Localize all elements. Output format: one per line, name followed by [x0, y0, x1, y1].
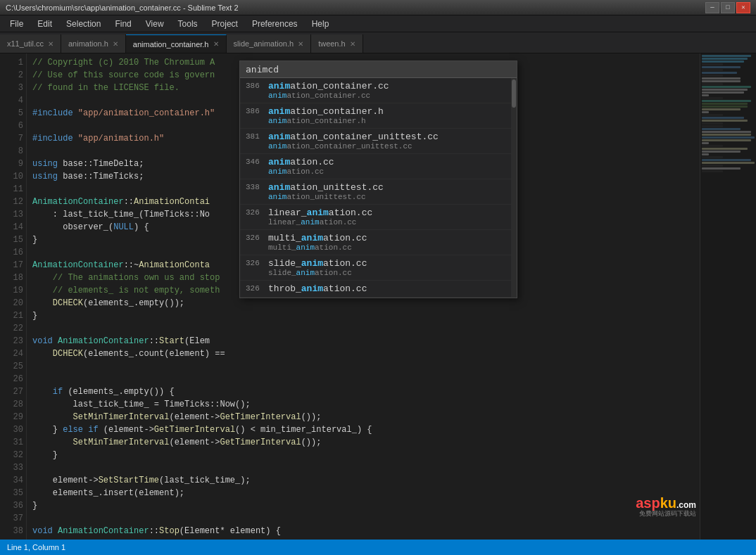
ac-main-7: slide_animation.cc	[268, 258, 505, 269]
tab-animationh[interactable]: animation.h ✕	[61, 34, 126, 53]
ac-number-2: 381	[246, 132, 268, 141]
tab-slide-animation-h[interactable]: slide_animation.h ✕	[227, 34, 312, 53]
close-button[interactable]: ✕	[736, 2, 750, 13]
ac-sub-1: animation_container.h	[268, 117, 505, 125]
autocomplete-scrollbar[interactable]	[511, 78, 517, 298]
line-numbers: 12345 678910 1112131415 1617181920 21222…	[0, 53, 27, 540]
autocomplete-input-value: animcd	[246, 64, 279, 75]
ac-item-7[interactable]: 326 slide_animation.cc slide_animation.c…	[240, 255, 511, 281]
autocomplete-items-container: 386 animation_container.cc animation_con…	[240, 78, 517, 298]
autocomplete-scrollbar-thumb[interactable]	[512, 79, 516, 108]
tab-label: x11_util.cc	[7, 39, 44, 48]
tab-tween-h[interactable]: tween.h ✕	[311, 34, 363, 53]
menu-preferences[interactable]: Preferences	[245, 18, 305, 30]
autocomplete-list: 386 animation_container.cc animation_con…	[240, 78, 511, 298]
ac-text-2: animation_container_unittest.cc animatio…	[268, 132, 505, 151]
ac-sub-0: animation_container.cc	[268, 91, 505, 100]
tab-label: animation_container.h	[133, 40, 209, 49]
ac-text-1: animation_container.h animation_containe…	[268, 106, 505, 125]
ac-sub-5: linear_animation.cc	[268, 218, 505, 227]
tab-close-icon[interactable]: ✕	[213, 40, 219, 48]
menu-project[interactable]: Project	[205, 18, 245, 30]
ac-number-7: 326	[246, 258, 268, 267]
tab-label: tween.h	[318, 39, 346, 48]
ac-item-6[interactable]: 326 multi_animation.cc multi_animation.c…	[240, 230, 511, 255]
autocomplete-dropdown[interactable]: animcd 386 animation_container.cc animat…	[239, 60, 517, 298]
window-title: C:\Users\chromium\src\app\animation_cont…	[6, 4, 239, 12]
tab-animation-container-h[interactable]: animation_container.h ✕	[126, 34, 227, 53]
ac-text-4: animation_unittest.cc animation_unittest…	[268, 182, 505, 201]
watermark-asp: asp	[636, 495, 660, 511]
ac-sub-4: animation_unittest.cc	[268, 193, 505, 201]
menu-edit[interactable]: Edit	[30, 18, 59, 30]
tab-label: slide_animation.h	[234, 39, 294, 48]
ac-item-4[interactable]: 338 animation_unittest.cc animation_unit…	[240, 179, 511, 205]
ac-main-5: linear_animation.cc	[268, 208, 505, 218]
minimap	[700, 53, 756, 540]
ac-sub-2: animation_container_unittest.cc	[268, 142, 505, 151]
ac-main-0: animation_container.cc	[268, 81, 505, 91]
menu-selection[interactable]: Selection	[59, 18, 108, 30]
ac-item-5[interactable]: 326 linear_animation.cc linear_animation…	[240, 205, 511, 230]
ac-number-6: 326	[246, 233, 268, 242]
tab-close-icon[interactable]: ✕	[350, 40, 355, 48]
tab-close-icon[interactable]: ✕	[298, 40, 303, 48]
ac-text-0: animation_container.cc animation_contain…	[268, 81, 505, 100]
ac-item-3[interactable]: 346 animation.cc animation.cc	[240, 154, 511, 179]
ac-number-0: 386	[246, 81, 268, 90]
tab-close-icon[interactable]: ✕	[113, 40, 118, 48]
ac-sub-6: multi_animation.cc	[268, 243, 505, 252]
status-bar: Line 1, Column 1	[0, 540, 756, 555]
window-controls: — □ ✕	[705, 2, 750, 13]
ac-main-6: multi_animation.cc	[268, 233, 505, 243]
ac-text-6: multi_animation.cc multi_animation.cc	[268, 233, 505, 252]
ac-item-1[interactable]: 386 animation_container.h animation_cont…	[240, 103, 511, 129]
ac-item-2[interactable]: 381 animation_container_unittest.cc anim…	[240, 129, 511, 154]
watermark-com: .com	[676, 500, 696, 510]
ac-text-8: throb_animation.cc	[268, 283, 505, 294]
watermark-subtitle: 免费网站源码下载站	[639, 509, 696, 518]
autocomplete-search-input[interactable]: animcd	[240, 61, 517, 78]
ac-number-1: 386	[246, 106, 268, 115]
menu-tools[interactable]: Tools	[171, 18, 205, 30]
menu-view[interactable]: View	[139, 18, 171, 30]
ac-sub-3: animation.cc	[268, 167, 505, 176]
tab-close-icon[interactable]: ✕	[48, 40, 53, 48]
ac-main-1: animation_container.h	[268, 106, 505, 117]
ac-main-8: throb_animation.cc	[268, 283, 505, 294]
ac-main-4: animation_unittest.cc	[268, 182, 505, 193]
ac-sub-7: slide_animation.cc	[268, 269, 505, 277]
menu-help[interactable]: Help	[305, 18, 336, 30]
tab-x11util[interactable]: x11_util.cc ✕	[0, 34, 61, 53]
ac-text-3: animation.cc animation.cc	[268, 157, 505, 176]
maximize-button[interactable]: □	[721, 2, 735, 13]
ac-number-4: 338	[246, 182, 268, 191]
ac-item-0[interactable]: 386 animation_container.cc animation_con…	[240, 78, 511, 103]
cursor-position: Line 1, Column 1	[7, 543, 65, 551]
ac-number-5: 326	[246, 208, 268, 217]
title-bar: C:\Users\chromium\src\app\animation_cont…	[0, 0, 756, 15]
ac-text-5: linear_animation.cc linear_animation.cc	[268, 208, 505, 227]
ac-number-8: 326	[246, 283, 268, 293]
ac-main-2: animation_container_unittest.cc	[268, 132, 505, 142]
ac-number-3: 346	[246, 157, 268, 166]
menu-bar: File Edit Selection Find View Tools Proj…	[0, 15, 756, 32]
menu-file[interactable]: File	[3, 18, 30, 30]
minimize-button[interactable]: —	[705, 2, 719, 13]
watermark-ku: ku	[660, 495, 676, 511]
main-area: 12345 678910 1112131415 1617181920 21222…	[0, 53, 756, 540]
tab-label: animation.h	[68, 39, 108, 48]
ac-item-8[interactable]: 326 throb_animation.cc	[240, 281, 511, 298]
tab-bar: x11_util.cc ✕ animation.h ✕ animation_co…	[0, 32, 756, 53]
menu-find[interactable]: Find	[108, 18, 138, 30]
ac-main-3: animation.cc	[268, 157, 505, 167]
ac-text-7: slide_animation.cc slide_animation.cc	[268, 258, 505, 277]
